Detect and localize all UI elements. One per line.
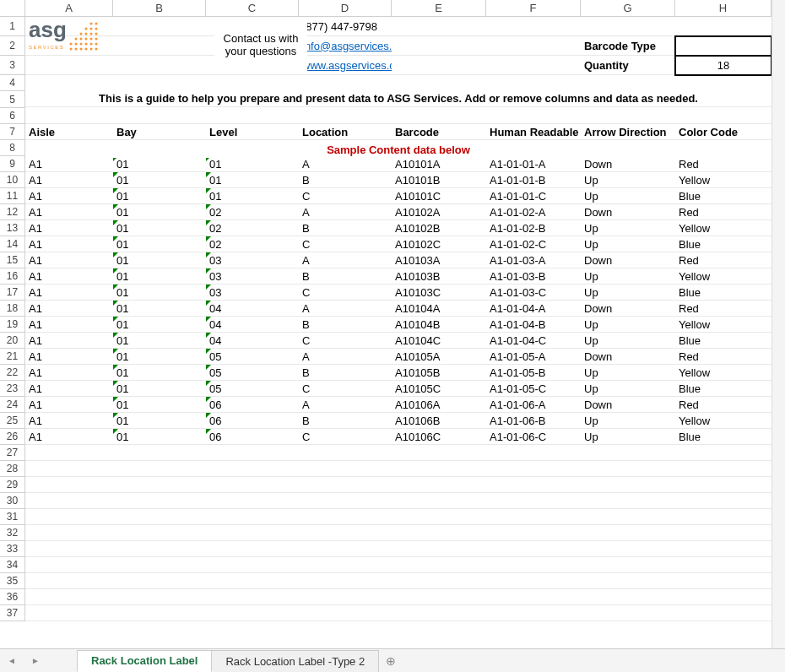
table-cell[interactable]: 01 xyxy=(113,172,206,188)
table-cell[interactable]: 06 xyxy=(206,429,299,445)
cell[interactable] xyxy=(299,557,392,573)
table-cell[interactable]: A1 xyxy=(25,333,113,349)
table-cell[interactable]: C xyxy=(299,381,392,397)
table-cell[interactable]: A10106B xyxy=(392,413,486,429)
row-header[interactable]: 33 xyxy=(0,541,25,557)
cell[interactable] xyxy=(675,509,771,525)
table-cell[interactable]: A1-01-01-B xyxy=(486,172,581,188)
table-cell[interactable]: C xyxy=(299,236,392,252)
cell[interactable] xyxy=(25,541,113,557)
table-cell[interactable]: A xyxy=(299,301,392,317)
cell[interactable] xyxy=(299,589,392,605)
cell[interactable] xyxy=(486,461,581,477)
table-cell[interactable]: A10105C xyxy=(392,381,486,397)
table-cell[interactable]: Yellow xyxy=(675,268,771,285)
table-cell[interactable]: 05 xyxy=(206,381,299,397)
table-cell[interactable]: Red xyxy=(675,204,771,220)
row-header[interactable]: 37 xyxy=(0,605,25,621)
cell[interactable] xyxy=(206,108,299,124)
table-header[interactable]: Barcode xyxy=(392,124,486,140)
table-cell[interactable]: A1 xyxy=(25,413,113,429)
column-header[interactable]: B xyxy=(113,0,206,17)
cell[interactable] xyxy=(206,605,299,621)
table-header[interactable]: Bay xyxy=(113,124,206,140)
cell[interactable] xyxy=(486,605,581,621)
cell[interactable] xyxy=(486,557,581,573)
table-cell[interactable]: Up xyxy=(581,333,675,349)
tab-scroll-right-icon[interactable]: ► xyxy=(24,649,47,673)
table-cell[interactable]: Up xyxy=(581,268,675,285)
cell[interactable] xyxy=(486,509,581,525)
cell[interactable] xyxy=(25,493,113,509)
table-cell[interactable]: A10102C xyxy=(392,236,486,252)
row-header[interactable]: 13 xyxy=(0,220,25,236)
table-cell[interactable]: A1 xyxy=(25,317,113,333)
row-header[interactable]: 22 xyxy=(0,365,25,381)
cell[interactable] xyxy=(675,541,771,557)
table-cell[interactable]: 01 xyxy=(113,220,206,236)
cell[interactable] xyxy=(206,477,299,493)
cell[interactable] xyxy=(581,525,675,541)
row-header[interactable]: 16 xyxy=(0,268,25,285)
table-cell[interactable]: 01 xyxy=(113,236,206,252)
table-cell[interactable]: Up xyxy=(581,188,675,204)
tab-rack-location-label-type-2[interactable]: Rack Location Label -Type 2 xyxy=(211,650,379,672)
table-cell[interactable]: Yellow xyxy=(675,413,771,429)
table-cell[interactable]: A1 xyxy=(25,397,113,413)
table-cell[interactable]: Up xyxy=(581,413,675,429)
table-cell[interactable]: Up xyxy=(581,365,675,381)
table-cell[interactable]: 06 xyxy=(206,397,299,413)
table-cell[interactable]: A1-01-05-C xyxy=(486,381,581,397)
barcode-type-input[interactable] xyxy=(675,36,771,56)
table-cell[interactable]: 01 xyxy=(113,333,206,349)
cell[interactable] xyxy=(113,589,206,605)
cell[interactable] xyxy=(392,461,486,477)
table-cell[interactable]: Down xyxy=(581,301,675,317)
cell[interactable] xyxy=(392,525,486,541)
table-cell[interactable]: Down xyxy=(581,397,675,413)
table-cell[interactable]: A10106C xyxy=(392,429,486,445)
table-cell[interactable]: 01 xyxy=(113,381,206,397)
cell[interactable] xyxy=(392,108,486,124)
cell[interactable] xyxy=(392,541,486,557)
table-cell[interactable]: A1 xyxy=(25,365,113,381)
table-cell[interactable]: Blue xyxy=(675,236,771,252)
quantity-value[interactable]: 18 xyxy=(675,56,771,75)
table-cell[interactable]: 05 xyxy=(206,349,299,365)
table-cell[interactable]: A10105B xyxy=(392,365,486,381)
row-header[interactable]: 4 xyxy=(0,75,25,91)
table-cell[interactable]: A1-01-06-B xyxy=(486,413,581,429)
cell[interactable] xyxy=(581,541,675,557)
cell[interactable] xyxy=(675,525,771,541)
cell[interactable] xyxy=(113,461,206,477)
table-cell[interactable]: B xyxy=(299,413,392,429)
table-cell[interactable]: Blue xyxy=(675,381,771,397)
table-cell[interactable]: Red xyxy=(675,301,771,317)
table-cell[interactable]: A1-01-03-B xyxy=(486,268,581,285)
table-cell[interactable]: Blue xyxy=(675,285,771,301)
table-cell[interactable]: B xyxy=(299,220,392,236)
row-header[interactable]: 27 xyxy=(0,445,25,461)
cell[interactable] xyxy=(675,589,771,605)
cell[interactable] xyxy=(581,445,675,461)
column-header[interactable]: G xyxy=(581,0,675,17)
table-cell[interactable]: A10106A xyxy=(392,397,486,413)
row-header[interactable]: 26 xyxy=(0,429,25,445)
table-cell[interactable]: 01 xyxy=(113,365,206,381)
table-cell[interactable]: A10104A xyxy=(392,301,486,317)
table-cell[interactable]: 01 xyxy=(113,285,206,301)
table-cell[interactable]: 05 xyxy=(206,365,299,381)
table-cell[interactable]: Up xyxy=(581,172,675,188)
table-cell[interactable]: A1 xyxy=(25,301,113,317)
cell[interactable] xyxy=(299,509,392,525)
column-header[interactable]: H xyxy=(675,0,771,17)
table-cell[interactable]: 01 xyxy=(113,301,206,317)
cell[interactable] xyxy=(486,445,581,461)
cell[interactable] xyxy=(675,17,771,36)
cell[interactable] xyxy=(486,525,581,541)
table-cell[interactable]: A1 xyxy=(25,172,113,188)
table-cell[interactable]: Blue xyxy=(675,429,771,445)
cell[interactable] xyxy=(299,573,392,589)
row-header[interactable]: 12 xyxy=(0,204,25,220)
table-cell[interactable]: Down xyxy=(581,204,675,220)
